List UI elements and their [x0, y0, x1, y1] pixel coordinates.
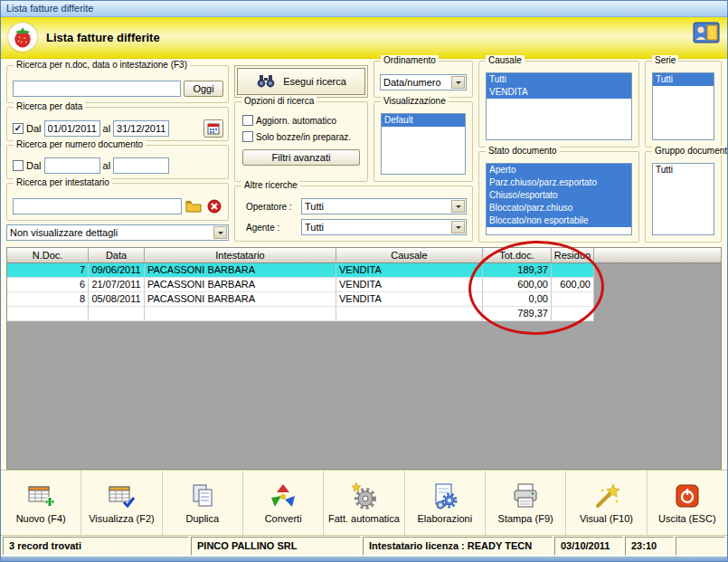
calendar-icon[interactable] [203, 119, 223, 138]
cell-totdoc: 189,37 [483, 263, 552, 278]
ordinamento-combo[interactable]: Data/numero [380, 74, 467, 90]
holder-input[interactable] [13, 198, 182, 214]
serie-list[interactable]: Tutti [652, 72, 714, 140]
table-row[interactable]: 8 05/08/2011 PACASSONI BARBARA VENDITA 0… [7, 292, 594, 307]
groupbox-label: Visualizzazione [381, 96, 449, 106]
strawberry-icon [8, 23, 37, 52]
oggi-button[interactable]: Oggi [184, 81, 223, 97]
table-row[interactable]: 7 09/06/2011 PACASSONI BARBARA VENDITA 1… [7, 263, 594, 278]
aggiorn-automatico-checkbox[interactable] [242, 115, 253, 126]
esegui-ricerca-button[interactable]: Esegui ricerca [237, 68, 365, 95]
search-ndoc-input[interactable] [13, 81, 181, 97]
operatore-combo[interactable]: Tutti [301, 198, 467, 214]
column-header-totdoc[interactable]: Tot.doc. [483, 248, 552, 263]
window-titlebar[interactable]: Lista fatture differite [1, 1, 727, 17]
solo-bozze-label: Solo bozze/in preparaz. [256, 132, 351, 142]
groupbox-label: Ricerca per data [14, 101, 85, 111]
stato-documento-list[interactable]: Aperto Parz.chiuso/parz.esportato Chiuso… [486, 163, 632, 235]
grid-empty-area [7, 321, 721, 469]
groupbox-label: Gruppo documento [652, 146, 728, 156]
list-item[interactable]: Aperto [487, 164, 631, 176]
chevron-down-icon[interactable] [451, 221, 465, 233]
list-item[interactable]: Chiuso/esportato [487, 189, 631, 202]
groupbox-label: Causale [486, 55, 525, 65]
status-bar: 3 record trovati PINCO PALLINO SRL Intes… [1, 535, 727, 557]
cell-total-totdoc: 789,37 [483, 307, 552, 321]
search-date-groupbox: Ricerca per data Dal al [6, 107, 229, 141]
license-holder: Intestatario licenza : READY TECN [363, 537, 553, 556]
list-item[interactable]: Tutti [653, 164, 714, 176]
number-to-input[interactable] [113, 157, 169, 174]
uscita-button[interactable]: Uscita (ESC) [648, 471, 727, 535]
elaborazioni-button[interactable]: Elaborazioni [405, 471, 486, 535]
details-combo[interactable]: Non visualizzare dettagli [6, 224, 229, 241]
column-header-intestatario[interactable]: Intestatario [145, 248, 336, 263]
list-item[interactable]: Default [382, 114, 465, 127]
duplica-button[interactable]: Duplica [163, 471, 243, 535]
cell-causale [336, 307, 483, 321]
date-from-input[interactable] [44, 120, 100, 137]
visual-button[interactable]: Visual (F10) [566, 471, 647, 535]
nuovo-button[interactable]: Nuovo (F4) [1, 471, 81, 535]
cell-causale: VENDITA [336, 278, 483, 292]
date-dal-checkbox[interactable] [13, 123, 24, 134]
causale-list[interactable]: Tutti VENDITA [486, 72, 632, 140]
search-ndoc-groupbox: Ricerca per n.doc, data o intestazione (… [6, 65, 229, 103]
column-header-causale[interactable]: Causale [336, 248, 483, 263]
list-item[interactable]: VENDITA [487, 86, 631, 99]
converti-button[interactable]: Converti [243, 471, 324, 535]
column-header-ndoc[interactable]: N.Doc. [7, 248, 89, 263]
cell-data: 09/06/2011 [89, 263, 145, 278]
table-row[interactable]: 6 21/07/2011 PACASSONI BARBARA VENDITA 6… [7, 278, 594, 292]
results-grid[interactable]: N.Doc. Data Intestatario Causale Tot.doc… [6, 247, 722, 470]
filtri-avanzati-button[interactable]: Filtri avanzati [242, 149, 360, 166]
agente-combo[interactable]: Tutti [301, 219, 467, 235]
visualizzazione-list[interactable]: Default [381, 113, 466, 175]
groupbox-label: Opzioni di ricerca [241, 96, 317, 106]
operatore-label: Operatore : [246, 202, 298, 212]
convert-icon [269, 481, 298, 510]
list-item[interactable]: Bloccato/non esportabile [487, 214, 631, 227]
column-header-data[interactable]: Data [89, 248, 145, 263]
aggiorn-automatico-label: Aggiorn. automatico [256, 116, 336, 126]
records-count: 3 record trovati [3, 537, 189, 556]
clear-holder-icon[interactable] [205, 198, 223, 214]
printer-icon [511, 481, 540, 510]
magic-wand-icon [591, 481, 620, 510]
cell-intestatario: PACASSONI BARBARA [145, 292, 336, 307]
search-panel: Ricerca per n.doc, data o intestazione (… [1, 59, 727, 247]
cell-intestatario: PACASSONI BARBARA [145, 263, 336, 278]
list-item[interactable]: Bloccato/parz.chiuso [487, 202, 631, 214]
solo-bozze-checkbox[interactable] [242, 131, 253, 142]
exit-power-icon [673, 481, 702, 510]
cell-data [89, 307, 145, 321]
stampa-button[interactable]: Stampa (F9) [486, 471, 566, 535]
user-panel-icon[interactable] [693, 22, 720, 43]
number-dal-checkbox[interactable] [13, 160, 24, 171]
cell-totdoc: 600,00 [483, 278, 552, 292]
grid-header[interactable]: N.Doc. Data Intestatario Causale Tot.doc… [7, 248, 721, 263]
folder-icon[interactable] [184, 198, 203, 214]
altre-ricerche-groupbox: Altre ricerche Operatore : Tutti Agente … [234, 186, 473, 242]
list-item[interactable]: Parz.chiuso/parz.esportato [487, 176, 631, 189]
status-date: 03/10/2011 [554, 537, 623, 556]
number-from-input[interactable] [44, 157, 100, 174]
chevron-down-icon[interactable] [451, 76, 465, 89]
table-add-icon [26, 481, 55, 510]
list-item[interactable]: Tutti [653, 73, 714, 86]
date-to-input[interactable] [113, 120, 169, 137]
chevron-down-icon[interactable] [451, 200, 465, 213]
dal-label: Dal [26, 123, 42, 134]
gruppo-documento-groupbox: Gruppo documento Tutti [645, 151, 722, 243]
fatt-automatica-button[interactable]: Fatt. automatica [324, 471, 404, 535]
operatore-value: Tutti [302, 201, 466, 212]
visualizza-button[interactable]: Visualizza (F2) [81, 471, 162, 535]
column-header-residuo[interactable]: Residuo [552, 248, 594, 263]
cell-ndoc: 8 [7, 292, 89, 307]
details-combo-value: Non visualizzare dettagli [7, 227, 228, 238]
chevron-down-icon[interactable] [213, 226, 227, 239]
gruppo-documento-list[interactable]: Tutti [652, 163, 714, 235]
agente-value: Tutti [302, 222, 466, 233]
list-item[interactable]: Tutti [487, 73, 631, 86]
cell-ndoc [7, 307, 89, 321]
